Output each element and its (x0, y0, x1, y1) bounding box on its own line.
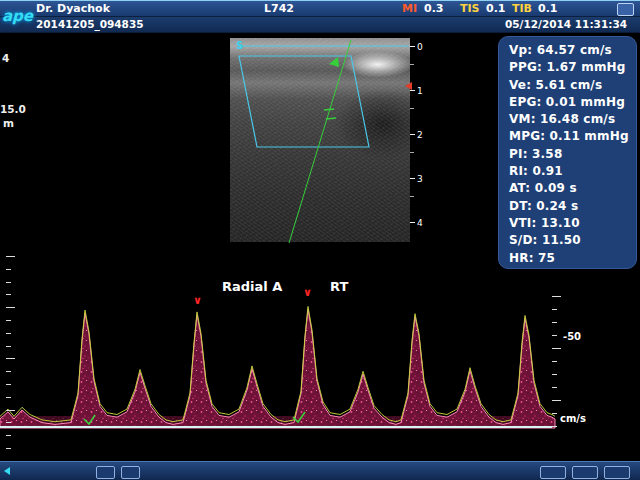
depth-tick: 0 (410, 42, 423, 51)
velocity-unit-label: cm/s (560, 413, 586, 424)
measurement-row: RI: 0.91 (509, 163, 636, 180)
scale-tick (6, 282, 11, 283)
left-annotation-3: m (3, 117, 14, 129)
scale-tick (6, 358, 15, 359)
scale-tick (6, 346, 11, 347)
measurement-row: VTI: 13.10 (509, 215, 636, 232)
depth-minor-tick (410, 64, 414, 65)
status-bar: Dr. Dyachok L742 MI 0.3 TIS 0.1 TIB 0.1 (0, 0, 640, 17)
scale-tick (552, 413, 557, 414)
measurement-row: HR: 75 (509, 250, 636, 267)
scale-tick (552, 426, 557, 427)
depth-tick: 3 (410, 174, 423, 183)
vendor-logo: ape (2, 7, 33, 25)
measurement-row: AT: 0.09 s (509, 180, 636, 197)
probe-name: L742 (264, 1, 294, 17)
measurement-row: MPG: 0.11 mmHg (509, 128, 636, 145)
depth-tick: 2 (410, 130, 423, 139)
mi-label: MI (402, 1, 417, 17)
scale-tick (6, 448, 11, 449)
measurement-row: Ve: 5.61 cm/s (509, 77, 636, 94)
scale-tick (6, 269, 11, 270)
scale-tick (552, 361, 557, 362)
left-annotation-1: 4 (2, 52, 9, 64)
scale-tick (552, 387, 557, 388)
measurement-row: PI: 3.58 (509, 146, 636, 163)
bmode-image[interactable] (230, 38, 410, 242)
measurement-row: PPG: 1.67 mmHg (509, 59, 636, 76)
measurement-panel: Vp: 64.57 cm/sPPG: 1.67 mmHgVe: 5.61 cm/… (498, 36, 637, 269)
depth-tick: 4 (410, 218, 423, 227)
footer-button-5[interactable] (604, 466, 630, 479)
footer-button-1[interactable] (96, 466, 115, 479)
scale-tick (6, 256, 15, 257)
doppler-spectrum (0, 309, 555, 428)
scale-tick (552, 309, 557, 310)
scale-tick (6, 294, 11, 295)
left-annotation-2: 15.0 (0, 103, 26, 115)
scale-tick (6, 397, 11, 398)
tis-value: 0.1 (486, 1, 506, 17)
datetime: 05/12/2014 11:31:34 (505, 17, 627, 32)
depth-minor-tick (410, 152, 414, 153)
footer-arrow-icon[interactable] (4, 467, 10, 475)
scale-tick (6, 371, 11, 372)
baseline-clutter (0, 416, 552, 427)
side-label: RT (330, 279, 348, 294)
tib-value: 0.1 (538, 1, 558, 17)
depth-ruler: 01234 (410, 38, 432, 244)
scale-tick (6, 410, 15, 411)
scale-tick (6, 435, 11, 436)
tis-label: TIS (460, 1, 480, 17)
trace-start-marker (84, 415, 95, 424)
exam-id: 20141205_094835 (36, 17, 144, 32)
exam-bar: 20141205_094835 05/12/2014 11:31:34 (0, 17, 640, 33)
footer-button-2[interactable] (121, 466, 140, 479)
scale-tick (6, 384, 11, 385)
ultrasound-screen: Dr. Dyachok L742 MI 0.3 TIS 0.1 TIB 0.1 … (0, 0, 640, 480)
measurement-row: EPG: 0.01 mmHg (509, 94, 636, 111)
auto-trace-line (0, 307, 555, 422)
scale-tick (6, 422, 11, 423)
doctor-name: Dr. Dyachok (36, 1, 110, 17)
footer-bar (0, 461, 640, 480)
measurement-row: S/D: 11.50 (509, 232, 636, 249)
measurement-row: DT: 0.24 s (509, 198, 636, 215)
orientation-marker: S (236, 40, 243, 51)
scale-tick (6, 333, 11, 334)
scale-tick (6, 320, 11, 321)
scale-tick (552, 296, 561, 297)
peak-marker: ∨ (303, 287, 312, 298)
scale-tick (552, 322, 557, 323)
measurement-row: VM: 16.48 cm/s (509, 111, 636, 128)
vessel-label: Radial A (222, 279, 282, 294)
velocity-scale-label: -50 (563, 331, 581, 342)
measurement-row: Vp: 64.57 cm/s (509, 42, 636, 59)
footer-button-3[interactable] (540, 466, 566, 479)
scale-tick (552, 335, 557, 336)
scale-tick (552, 374, 557, 375)
menu-button[interactable] (617, 3, 634, 16)
scale-tick (6, 307, 15, 308)
mi-value: 0.3 (424, 1, 444, 17)
depth-minor-tick (410, 108, 414, 109)
scale-tick (552, 400, 561, 401)
focus-marker-icon[interactable] (405, 82, 412, 90)
peak-marker: ∨ (193, 295, 202, 306)
left-scale-ruler (6, 256, 18, 456)
footer-button-4[interactable] (572, 466, 598, 479)
trace-end-marker (293, 412, 305, 422)
scale-tick (552, 348, 561, 349)
depth-minor-tick (410, 196, 414, 197)
tib-label: TIB (512, 1, 532, 17)
